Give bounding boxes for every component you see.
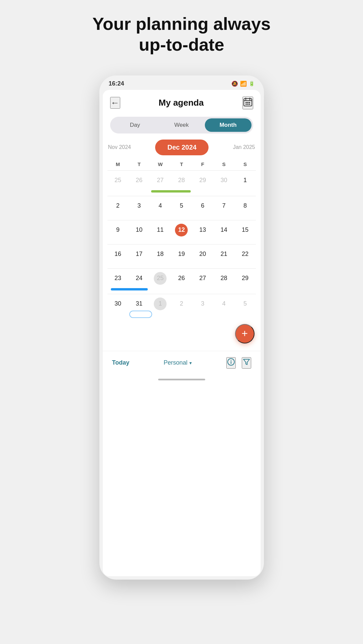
- calendar-grid: M T W T F S S 25 26 27 28 29 30 1: [103, 160, 261, 321]
- next-month: Jan 2025: [233, 144, 255, 150]
- headline-line2: up-to-date: [139, 35, 224, 54]
- svg-rect-6: [249, 102, 250, 103]
- day-cell-4[interactable]: 4: [150, 200, 171, 219]
- app-title: My agenda: [158, 98, 203, 108]
- week-row-5: 30 31 1 2 3 4 5: [107, 294, 256, 321]
- day-cell-18[interactable]: 18: [150, 248, 171, 267]
- day-cell-9[interactable]: 9: [107, 224, 129, 243]
- day-header-t1: T: [129, 160, 150, 168]
- status-bar: 16:24 🔕 📶 🔋: [99, 75, 264, 90]
- day-cell-1-dec[interactable]: 1: [234, 174, 256, 195]
- bottom-icons: [226, 357, 251, 369]
- day-cell-3-jan[interactable]: 3: [192, 298, 213, 319]
- tab-week[interactable]: Week: [158, 118, 205, 132]
- event-blue-bar: [111, 288, 148, 290]
- tab-day[interactable]: Day: [112, 118, 158, 132]
- week-row-2: 9 10 11 12 13 14 15: [107, 220, 256, 244]
- day-cell-15[interactable]: 15: [234, 224, 256, 243]
- day-cell-30-nov[interactable]: 30: [213, 174, 234, 195]
- headline-line1: Your planning always: [92, 14, 271, 34]
- personal-selector[interactable]: Personal ▾: [164, 359, 192, 366]
- day-cell-21[interactable]: 21: [213, 248, 234, 267]
- phone-frame: 16:24 🔕 📶 🔋 ← My agenda: [99, 75, 264, 580]
- personal-label: Personal: [164, 359, 187, 366]
- day-header-f: F: [192, 160, 213, 168]
- day-cell-12-today[interactable]: 12: [171, 224, 192, 243]
- home-bar: [158, 379, 205, 380]
- day-cell-28[interactable]: 28: [213, 272, 234, 292]
- day-cell-5[interactable]: 5: [171, 200, 192, 219]
- week-row-0: 25 26 27 28 29 30 1: [107, 170, 256, 196]
- day-header-t2: T: [171, 160, 192, 168]
- day-headers: M T W T F S S: [107, 160, 256, 168]
- day-cell-14[interactable]: 14: [213, 224, 234, 243]
- bottom-bar: Today Personal ▾: [103, 351, 261, 375]
- svg-marker-13: [243, 359, 249, 365]
- add-event-button[interactable]: +: [235, 324, 255, 343]
- svg-rect-7: [245, 104, 247, 105]
- day-cell-17[interactable]: 17: [129, 248, 150, 267]
- current-month-button[interactable]: Dec 2024: [155, 140, 209, 155]
- calendar-view-button[interactable]: [242, 97, 253, 109]
- day-cell-3[interactable]: 3: [129, 200, 150, 219]
- page-wrapper: Your planning always up-to-date 16:24 🔕 …: [0, 13, 363, 580]
- day-cell-4-jan[interactable]: 4: [213, 298, 234, 319]
- svg-rect-8: [247, 104, 248, 105]
- day-cell-10[interactable]: 10: [129, 224, 150, 243]
- day-cell-29-nov[interactable]: 29: [192, 174, 213, 195]
- fab-area: +: [103, 321, 261, 347]
- day-cell-2[interactable]: 2: [107, 200, 129, 219]
- day-cell-8[interactable]: 8: [234, 200, 256, 219]
- view-tabs: Day Week Month: [110, 117, 253, 133]
- day-cell-26[interactable]: 26: [171, 272, 192, 292]
- app-content: ← My agenda: [103, 90, 261, 576]
- day-cell-26-nov[interactable]: 26: [129, 174, 150, 195]
- day-cell-29[interactable]: 29: [234, 272, 256, 292]
- chevron-down-icon: ▾: [189, 360, 192, 366]
- status-time: 16:24: [109, 80, 124, 87]
- home-indicator: [103, 375, 261, 386]
- day-header-w: W: [150, 160, 171, 168]
- day-cell-30[interactable]: 30: [107, 298, 129, 319]
- day-cell-27[interactable]: 27: [192, 272, 213, 292]
- day-header-m: M: [107, 160, 129, 168]
- tab-month[interactable]: Month: [205, 118, 252, 132]
- page-headline: Your planning always up-to-date: [92, 13, 271, 55]
- today-button[interactable]: Today: [112, 359, 130, 366]
- wifi-icon: 📶: [240, 80, 247, 87]
- day-cell-20[interactable]: 20: [192, 248, 213, 267]
- week-row-4: 23 24 25 26 27 28 29: [107, 268, 256, 294]
- event-green-bar: [151, 190, 191, 193]
- prev-month: Nov 2024: [108, 144, 131, 150]
- day-header-s2: S: [234, 160, 256, 168]
- day-cell-19[interactable]: 19: [171, 248, 192, 267]
- week-row-1: 2 3 4 5 6 7 8: [107, 196, 256, 220]
- day-header-s1: S: [213, 160, 234, 168]
- info-button[interactable]: [226, 357, 236, 369]
- day-cell-13[interactable]: 13: [192, 224, 213, 243]
- month-nav: Nov 2024 Dec 2024 Jan 2025: [103, 140, 261, 155]
- day-cell-2-jan[interactable]: 2: [171, 298, 192, 319]
- app-header: ← My agenda: [103, 90, 261, 114]
- back-button[interactable]: ←: [110, 97, 120, 109]
- day-cell-25-selected[interactable]: 25: [150, 272, 171, 292]
- day-cell-22[interactable]: 22: [234, 248, 256, 267]
- event-outline-bar: [129, 311, 152, 318]
- battery-icon: 🔋: [249, 81, 255, 86]
- status-icons: 🔕 📶 🔋: [231, 80, 255, 87]
- week-row-3: 16 17 18 19 20 21 22: [107, 244, 256, 268]
- day-cell-25-nov[interactable]: 25: [107, 174, 129, 195]
- day-cell-5-jan[interactable]: 5: [234, 298, 256, 319]
- day-cell-11[interactable]: 11: [150, 224, 171, 243]
- day-cell-7[interactable]: 7: [213, 200, 234, 219]
- svg-rect-4: [245, 102, 247, 103]
- day-cell-6[interactable]: 6: [192, 200, 213, 219]
- svg-rect-5: [247, 102, 248, 103]
- svg-point-12: [230, 360, 231, 361]
- svg-rect-9: [249, 104, 250, 105]
- filter-button[interactable]: [242, 357, 251, 369]
- mute-icon: 🔕: [231, 80, 238, 87]
- day-cell-16[interactable]: 16: [107, 248, 129, 267]
- day-cell-1-jan-selected[interactable]: 1: [150, 298, 171, 319]
